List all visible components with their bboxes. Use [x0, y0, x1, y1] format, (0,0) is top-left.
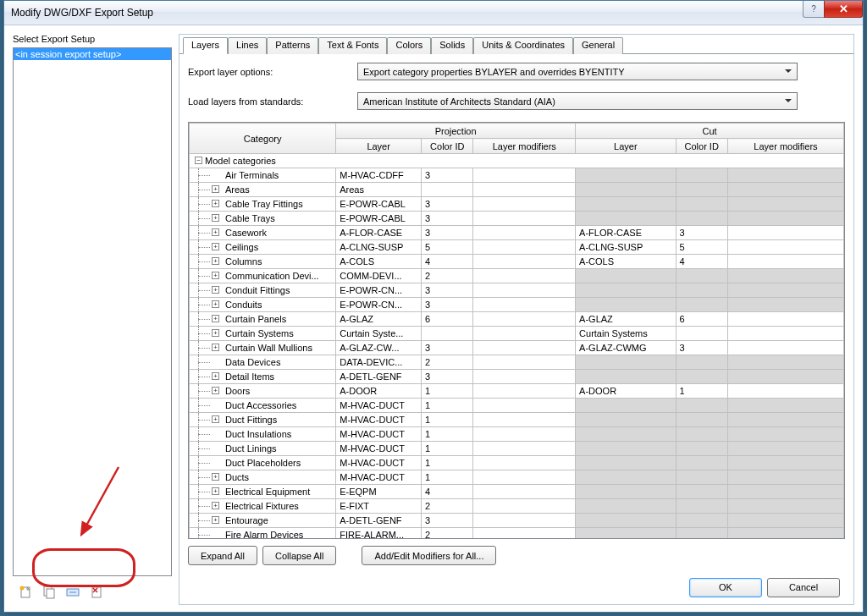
col-color-id[interactable]: Color ID: [422, 139, 473, 154]
cell[interactable]: [676, 183, 727, 197]
setup-list[interactable]: <in session export setup>: [13, 47, 172, 576]
table-row[interactable]: +Detail ItemsA-DETL-GENF3: [190, 370, 844, 384]
cell[interactable]: [576, 283, 676, 298]
table-row[interactable]: Duct AccessoriesM-HVAC-DUCT1: [190, 399, 844, 413]
col-category[interactable]: Category: [190, 124, 336, 154]
cell[interactable]: E-POWR-CABL: [336, 212, 422, 226]
category-cell[interactable]: Air Terminals: [190, 168, 336, 183]
cell[interactable]: [676, 212, 727, 226]
cell[interactable]: [676, 298, 727, 312]
table-row[interactable]: +Curtain Wall MullionsA-GLAZ-CW...3A-GLA…: [190, 341, 844, 355]
cell[interactable]: [676, 168, 727, 183]
cell[interactable]: [727, 528, 843, 539]
cell[interactable]: A-FLOR-CASE: [576, 226, 676, 240]
category-cell[interactable]: +Detail Items: [190, 370, 336, 384]
cell[interactable]: [473, 197, 576, 212]
category-cell[interactable]: +Curtain Panels: [190, 312, 336, 327]
cell[interactable]: [676, 370, 727, 384]
cell[interactable]: 3: [422, 283, 473, 298]
category-cell[interactable]: +Communication Devi...: [190, 269, 336, 283]
category-cell[interactable]: +Duct Fittings: [190, 413, 336, 427]
category-cell[interactable]: +Areas: [190, 183, 336, 197]
cell[interactable]: M-HVAC-DUCT: [336, 470, 422, 485]
cell[interactable]: [473, 427, 576, 442]
add-edit-modifiers-button[interactable]: Add/Edit Modifiers for All...: [362, 546, 496, 565]
table-row[interactable]: +Curtain SystemsCurtain Syste...Curtain …: [190, 327, 844, 341]
cell[interactable]: [727, 456, 843, 470]
cell[interactable]: 4: [676, 255, 727, 269]
table-row[interactable]: +CeilingsA-CLNG-SUSP5A-CLNG-SUSP5: [190, 240, 844, 255]
cell[interactable]: 3: [422, 212, 473, 226]
setup-item[interactable]: <in session export setup>: [14, 48, 171, 60]
cell[interactable]: 1: [422, 442, 473, 456]
cell[interactable]: FIRE-ALARM...: [336, 528, 422, 539]
cell[interactable]: [676, 456, 727, 470]
table-row[interactable]: +Curtain PanelsA-GLAZ6A-GLAZ6: [190, 312, 844, 327]
col-layer-modifiers[interactable]: Layer modifiers: [727, 139, 843, 154]
cell[interactable]: [727, 384, 843, 399]
cell[interactable]: Areas: [336, 183, 422, 197]
tab-solids[interactable]: Solids: [431, 37, 473, 54]
cell[interactable]: [576, 470, 676, 485]
cell[interactable]: [727, 168, 843, 183]
tree-root[interactable]: −Model categories: [190, 154, 844, 168]
cell[interactable]: [676, 514, 727, 528]
table-row[interactable]: Fire Alarm DevicesFIRE-ALARM...2: [190, 528, 844, 539]
cell[interactable]: [727, 442, 843, 456]
cell[interactable]: [473, 269, 576, 283]
cell[interactable]: A-GLAZ-CWMG: [576, 341, 676, 355]
category-cell[interactable]: Duct Placeholders: [190, 456, 336, 470]
cell[interactable]: [473, 456, 576, 470]
cell[interactable]: E-EQPM: [336, 485, 422, 499]
cell[interactable]: M-HVAC-DUCT: [336, 427, 422, 442]
cell[interactable]: DATA-DEVIC...: [336, 355, 422, 370]
cell[interactable]: [473, 226, 576, 240]
cell[interactable]: [727, 255, 843, 269]
col-cut[interactable]: Cut: [576, 124, 844, 139]
table-row[interactable]: Air TerminalsM-HVAC-CDFF3: [190, 168, 844, 183]
category-cell[interactable]: Data Devices: [190, 355, 336, 370]
cell[interactable]: Curtain Systems: [576, 327, 676, 341]
cell[interactable]: [576, 197, 676, 212]
cell[interactable]: [676, 442, 727, 456]
cell[interactable]: [473, 485, 576, 499]
cell[interactable]: [727, 413, 843, 427]
category-cell[interactable]: +Curtain Systems: [190, 327, 336, 341]
table-row[interactable]: +Cable Tray FittingsE-POWR-CABL3: [190, 197, 844, 212]
category-cell[interactable]: +Ducts: [190, 470, 336, 485]
layer-table[interactable]: Category Projection Cut LayerColor IDLay…: [189, 123, 844, 538]
cell[interactable]: [727, 485, 843, 499]
cell[interactable]: A-GLAZ: [336, 312, 422, 327]
cell[interactable]: 1: [422, 456, 473, 470]
table-row[interactable]: +Cable TraysE-POWR-CABL3: [190, 212, 844, 226]
cell[interactable]: 5: [422, 240, 473, 255]
table-row[interactable]: +Communication Devi...COMM-DEVI...2: [190, 269, 844, 283]
layer-table-scroll[interactable]: Category Projection Cut LayerColor IDLay…: [189, 123, 844, 538]
cell[interactable]: [676, 427, 727, 442]
cell[interactable]: 3: [422, 298, 473, 312]
cell[interactable]: [727, 355, 843, 370]
cell[interactable]: 1: [422, 384, 473, 399]
cell[interactable]: A-CLNG-SUSP: [576, 240, 676, 255]
ok-button[interactable]: OK: [689, 578, 762, 597]
cell[interactable]: [676, 399, 727, 413]
cell[interactable]: [576, 370, 676, 384]
cell[interactable]: [676, 283, 727, 298]
cell[interactable]: 4: [422, 485, 473, 499]
cell[interactable]: [473, 298, 576, 312]
category-cell[interactable]: +Entourage: [190, 514, 336, 528]
cancel-button[interactable]: Cancel: [767, 578, 840, 597]
table-row[interactable]: +ConduitsE-POWR-CN...3: [190, 298, 844, 312]
cell[interactable]: [676, 355, 727, 370]
close-button[interactable]: ✕: [824, 1, 863, 18]
cell[interactable]: A-FLOR-CASE: [336, 226, 422, 240]
category-cell[interactable]: +Electrical Equipment: [190, 485, 336, 499]
cell[interactable]: [727, 312, 843, 327]
cell[interactable]: [676, 499, 727, 514]
cell[interactable]: 3: [422, 341, 473, 355]
table-row[interactable]: +DuctsM-HVAC-DUCT1: [190, 470, 844, 485]
category-cell[interactable]: +Cable Trays: [190, 212, 336, 226]
category-cell[interactable]: +Columns: [190, 255, 336, 269]
cell[interactable]: [473, 240, 576, 255]
cell[interactable]: A-CLNG-SUSP: [336, 240, 422, 255]
